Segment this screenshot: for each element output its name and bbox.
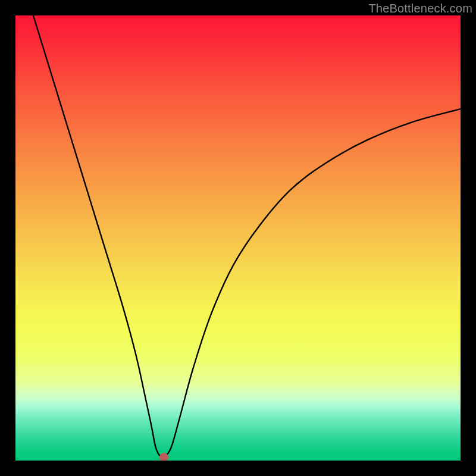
- chart-frame: TheBottleneck.com: [0, 0, 476, 476]
- plot-area: [15, 15, 461, 461]
- data-marker: [159, 453, 168, 461]
- curve-layer: [15, 15, 461, 461]
- watermark-label: TheBottleneck.com: [368, 2, 472, 15]
- bottleneck-curve-path: [33, 15, 461, 458]
